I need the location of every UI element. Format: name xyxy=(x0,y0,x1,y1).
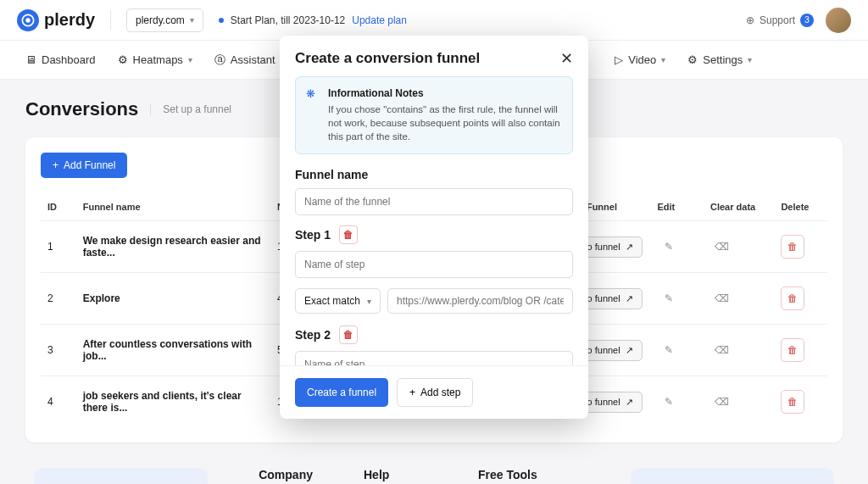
update-plan-link[interactable]: Update plan xyxy=(352,14,407,26)
edit-button[interactable]: ✎ xyxy=(657,235,681,259)
step2-name-input[interactable] xyxy=(295,351,573,365)
funnel-name-label: Funnel name xyxy=(295,168,573,181)
funnel-name-input[interactable] xyxy=(295,188,573,215)
topbar: plerdy plerdy.com ▾ Start Plan, till 202… xyxy=(0,0,868,41)
info-box: ❋ Informational Notes If you chose "cont… xyxy=(295,76,573,154)
nav-settings[interactable]: ⚙Settings▾ xyxy=(687,53,752,66)
add-funnel-button[interactable]: +Add Funnel xyxy=(41,153,127,178)
delete-button[interactable]: 🗑 xyxy=(781,235,804,259)
support-link[interactable]: ⊕ Support 3 xyxy=(746,14,814,27)
edit-button[interactable]: ✎ xyxy=(657,338,681,362)
plus-icon: + xyxy=(53,159,58,171)
plan-info: Start Plan, till 2023-10-12 Update plan xyxy=(219,14,407,26)
brand-name: plerdy xyxy=(44,10,95,30)
edit-button[interactable]: ✎ xyxy=(657,390,681,414)
delete-button[interactable]: 🗑 xyxy=(781,338,804,362)
th-edit: Edit xyxy=(650,193,704,221)
chevron-down-icon: ▾ xyxy=(661,55,665,64)
nav-heatmaps[interactable]: ⚙Heatmaps▾ xyxy=(118,53,192,66)
footer-tagline: Track, analyze, and convert your visitor… xyxy=(34,468,208,484)
row-name: Explore xyxy=(76,273,270,325)
avatar[interactable] xyxy=(826,8,851,33)
nav-dashboard[interactable]: 🖥Dashboard xyxy=(25,53,96,66)
step1-url-input[interactable] xyxy=(387,288,573,314)
delete-step1-button[interactable]: 🗑 xyxy=(339,225,358,244)
ai-icon: ⓐ xyxy=(214,53,225,68)
th-name: Funnel name xyxy=(76,193,270,221)
clear-data-button[interactable]: ⌫ xyxy=(710,287,734,310)
clear-data-button[interactable]: ⌫ xyxy=(710,390,734,414)
edit-button[interactable]: ✎ xyxy=(657,287,681,310)
external-link-icon: ↗ xyxy=(626,242,633,253)
chevron-down-icon: ▾ xyxy=(367,297,371,306)
footer: Track, analyze, and convert your visitor… xyxy=(25,468,843,484)
footer-help-title: Help xyxy=(364,468,427,481)
modal-title: Create a conversion funnel xyxy=(295,50,480,67)
row-id: 3 xyxy=(41,325,76,376)
plus-icon: + xyxy=(409,387,415,398)
logo-icon xyxy=(17,9,39,31)
delete-step2-button[interactable]: 🗑 xyxy=(339,325,358,344)
step1-label: Step 1 xyxy=(295,228,331,242)
page-title: Conversions xyxy=(25,98,138,120)
info-text: If you chose "contains" as the first rul… xyxy=(328,103,562,143)
create-funnel-button[interactable]: Create a funnel xyxy=(295,378,388,407)
th-delete: Delete xyxy=(774,193,827,221)
close-icon[interactable]: ✕ xyxy=(560,49,573,68)
support-badge: 3 xyxy=(800,14,814,27)
th-id: ID xyxy=(41,193,76,221)
row-name: job seekers and clients, it's clear ther… xyxy=(76,376,270,428)
domain-select[interactable]: plerdy.com ▾ xyxy=(126,8,203,32)
monitor-icon: 🖥 xyxy=(25,53,36,66)
delete-button[interactable]: 🗑 xyxy=(781,390,804,414)
footer-company-title: Company xyxy=(259,468,313,481)
chevron-down-icon: ▾ xyxy=(190,15,194,25)
clear-data-button[interactable]: ⌫ xyxy=(710,235,734,259)
heatmap-icon: ⚙ xyxy=(118,53,128,66)
info-title: Informational Notes xyxy=(328,87,562,99)
external-link-icon: ↗ xyxy=(626,293,633,304)
logo[interactable]: plerdy xyxy=(17,9,95,31)
video-icon: ▷ xyxy=(615,53,623,66)
footer-tools-title: Free Tools xyxy=(478,468,580,481)
create-funnel-modal: Create a conversion funnel ✕ ❋ Informati… xyxy=(280,36,588,419)
external-link-icon: ↗ xyxy=(626,397,633,408)
chevron-down-icon: ▾ xyxy=(188,55,192,64)
gear-icon: ⚙ xyxy=(687,53,698,66)
svg-point-1 xyxy=(25,18,30,22)
row-id: 4 xyxy=(41,376,76,428)
nav-video[interactable]: ▷Video▾ xyxy=(615,53,665,66)
external-link-icon: ↗ xyxy=(626,345,633,356)
chevron-down-icon: ▾ xyxy=(748,55,752,64)
row-id: 1 xyxy=(41,221,76,273)
page-subtitle: Set up a funnel xyxy=(150,103,231,115)
delete-button[interactable]: 🗑 xyxy=(781,287,804,310)
step1-match-select[interactable]: Exact match▾ xyxy=(295,288,381,314)
row-id: 2 xyxy=(41,273,76,325)
step1-name-input[interactable] xyxy=(295,251,573,278)
step2-label: Step 2 xyxy=(295,328,331,342)
add-step-button[interactable]: +Add step xyxy=(397,378,473,407)
dot-icon xyxy=(219,18,224,23)
row-name: We make design research easier and faste… xyxy=(76,221,270,273)
th-clear: Clear data xyxy=(704,193,774,221)
welcome-box: Welcome to the space of the best markete… xyxy=(631,468,834,484)
row-name: After countless conversations with job..… xyxy=(76,325,270,376)
clear-data-button[interactable]: ⌫ xyxy=(710,338,734,362)
support-icon: ⊕ xyxy=(746,14,754,26)
info-icon: ❋ xyxy=(306,87,320,101)
